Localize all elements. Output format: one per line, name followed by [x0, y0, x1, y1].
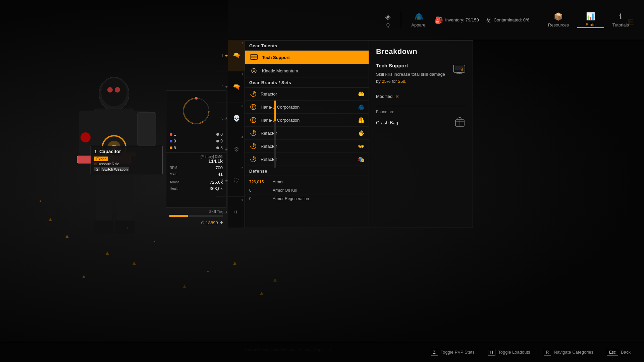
brand-refactor-4[interactable]: Refactor 🎭 [245, 153, 369, 166]
switch-key: G [94, 167, 100, 171]
modified-row: Modified ✕ [376, 94, 466, 99]
breakdown-panel: Breakdown Tech Support Skill kills incre… [369, 40, 473, 228]
top-navigation: ◈ Q 🧥 Apparel 🎒 Inventory: 79/150 ☣ Cont… [228, 0, 644, 40]
stat-blue-value: 0 [174, 139, 176, 143]
apparel-icon: 🧥 [414, 12, 423, 21]
weapon-card[interactable]: 1 Capacitor Exotic III Assault Rifle G S… [91, 146, 163, 174]
back-btn[interactable]: Esc Back [607, 349, 631, 356]
toggle-loadouts-btn[interactable]: H Toggle Loadouts [488, 349, 530, 356]
found-bag-icon [454, 116, 466, 130]
contaminated-info: ☣ Contaminated: 0/6 [486, 16, 529, 24]
r-key: R [544, 349, 551, 356]
svg-point-28 [252, 68, 256, 73]
side-icon-drone[interactable]: ✈ 6 [228, 197, 245, 228]
side-icon-shield[interactable]: 🛡 5 [228, 165, 245, 196]
talent-tech-support[interactable]: Tech Support [245, 51, 369, 64]
side-icon-skull[interactable]: 💀 3 [228, 103, 245, 134]
breakdown-talent-icon [452, 64, 466, 77]
hanau-slot-2: 🦺 [358, 117, 365, 123]
armor-regen-label: Armor Regeneration [273, 196, 309, 201]
bottom-bar: Z Toggle PVP Stats H Toggle Loadouts R N… [0, 342, 644, 362]
back-label: Back [621, 350, 631, 355]
dot-yellow [170, 146, 172, 149]
skill-tier-bar [169, 215, 223, 217]
refactor-icon-4 [249, 155, 257, 163]
refactor-icon-3 [249, 142, 257, 150]
stat-red-value: 1 [174, 132, 176, 137]
brand-hanau-1[interactable]: Hana-U Corporation 🧥 [245, 101, 369, 114]
svg-point-1 [101, 78, 127, 106]
toggle-pvp-btn[interactable]: Z Toggle PVP Stats [431, 349, 474, 356]
nav-resources[interactable]: 📦 Resources [540, 12, 577, 27]
drone-icon: ✈ [234, 208, 239, 216]
hanau-icon-2 [249, 116, 257, 124]
toggle-pvp-label: Toggle PVP Stats [441, 350, 475, 355]
found-on: Found on: Crash Bag [376, 110, 466, 130]
gear-brands-header: Gear Brands / Sets [245, 77, 369, 87]
armor-on-kill-label: Armor On Kill [273, 188, 297, 193]
side-icon-gear[interactable]: ⚙ 4 [228, 134, 245, 165]
inventory-count: 🎒 Inventory: 79/150 [435, 16, 479, 24]
navigate-categories-label: Navigate Categories [554, 350, 593, 355]
svg-point-3 [115, 87, 120, 93]
refactor-slot-4: 🎭 [358, 156, 365, 163]
scroll-indicator[interactable] [274, 101, 276, 168]
armor-regen-value: 0 [249, 196, 273, 201]
gear-talents-header: Gear Talents [245, 41, 369, 51]
svg-point-19 [80, 132, 91, 142]
tech-support-icon [249, 54, 259, 61]
highlight-25s: 25s [398, 79, 405, 84]
weapon-type: III Assault Rifle [94, 162, 159, 166]
side-icon-weapons[interactable]: 🔫 1 [228, 40, 245, 71]
armor-regen-row: 0 Armor Regeneration [245, 195, 369, 203]
svg-rect-18 [138, 112, 156, 146]
breakdown-title: Breakdown [376, 47, 466, 56]
brand-refactor-1[interactable]: Refactor 🤲 [245, 87, 369, 101]
weapons2-icon: 🔫 [233, 83, 240, 90]
brand-refactor-2[interactable]: Refactor 🖐 [245, 127, 369, 140]
armor-value: 726,015 [249, 180, 273, 184]
scroll-thumb [274, 101, 276, 121]
weapon-name: Capacitor [99, 149, 121, 154]
nav-tutorials[interactable]: ℹ Tutorials [604, 12, 637, 27]
kinetic-label: Kinetic Momentum [262, 68, 298, 73]
nav-stats[interactable]: 📊 Stats [577, 12, 604, 28]
nav-q[interactable]: ◈ Q [377, 12, 399, 27]
dot-blue [170, 140, 172, 142]
svg-point-2 [107, 87, 113, 93]
primary-dmg-value: 114.1k [170, 159, 223, 164]
esc-key: Esc [607, 349, 618, 356]
weapon-slot-number: 1 [94, 149, 97, 154]
found-on-item: Crash Bag [376, 116, 466, 130]
svg-point-29 [253, 93, 254, 95]
contaminated-count: ☣ Contaminated: 0/6 [486, 16, 529, 24]
navigate-categories-btn[interactable]: R Navigate Categories [544, 349, 593, 356]
shield-icon: 🛡 [233, 177, 239, 184]
dot-red [170, 133, 172, 136]
highlight-25pct: 25% [382, 79, 390, 84]
hanau-slot-1: 🧥 [358, 104, 365, 110]
weapon-rarity: Exotic [94, 157, 108, 161]
main-panel: Gear Talents Tech Support Kinetic Moment… [245, 40, 369, 228]
refactor-slot-1: 🤲 [358, 91, 365, 97]
nav-separator-1 [401, 12, 401, 28]
brand-refactor-3[interactable]: Refactor 👐 [245, 140, 369, 153]
armor-label: Armor [273, 180, 284, 184]
breakdown-talent-name: Tech Support [376, 63, 449, 68]
refactor-icon-1 [249, 90, 257, 98]
inventory-icon: 🎒 [435, 16, 443, 24]
armor-on-kill-value: 0 [249, 188, 273, 193]
svg-rect-13 [115, 221, 135, 234]
switch-weapon[interactable]: G Switch Weapon [94, 167, 159, 171]
breakdown-divider [376, 106, 466, 106]
talent-kinetic-momentum[interactable]: Kinetic Momentum [245, 64, 369, 77]
refactor-slot-2: 🖐 [358, 130, 365, 136]
coin-icon: ⊙ [201, 220, 205, 225]
hanau-icon-1 [249, 103, 257, 111]
armor-label: Armor [170, 180, 179, 184]
brand-hanau-2[interactable]: Hana-U Corporation 🦺 [245, 114, 369, 127]
svg-point-36 [253, 159, 254, 160]
nav-apparel[interactable]: 🧥 Apparel [403, 12, 435, 27]
side-icon-weapons2[interactable]: 🔫 2 [228, 71, 245, 103]
skull-icon: 💀 [233, 115, 240, 122]
